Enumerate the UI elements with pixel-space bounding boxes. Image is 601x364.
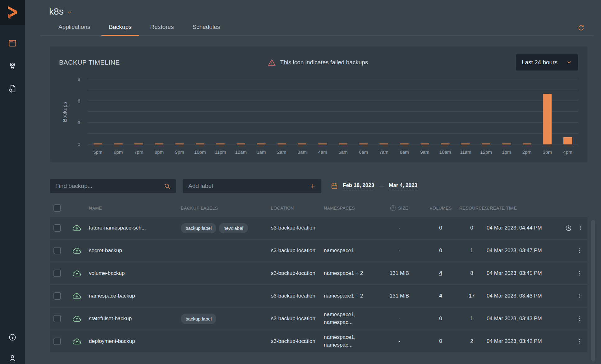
backup-volumes[interactable]: 4 — [439, 270, 442, 276]
sidebar — [0, 0, 25, 364]
user-icon — [8, 354, 17, 362]
add-label-input[interactable] — [188, 182, 309, 190]
tab-backups[interactable]: Backups — [99, 19, 141, 35]
backup-create-time: 04 Mar 2023, 03:43 PM — [484, 316, 565, 322]
row-checkbox[interactable] — [53, 247, 61, 254]
refresh-icon — [577, 24, 585, 32]
backup-bar — [114, 143, 123, 144]
backup-location: s3-backup-location — [271, 270, 324, 277]
backup-namespaces: namespace1,namespac... — [324, 334, 377, 349]
row-checkbox[interactable] — [53, 315, 61, 322]
calendar-icon — [331, 182, 338, 190]
tab-schedules[interactable]: Schedules — [183, 19, 229, 35]
bar-slot — [210, 79, 231, 144]
sidebar-item-activity[interactable] — [8, 61, 17, 71]
sidebar-item-applications[interactable] — [8, 39, 17, 49]
table-row[interactable]: future-namespace-sch...backup:labelnew:l… — [50, 217, 587, 239]
tab-restores[interactable]: Restores — [141, 19, 183, 35]
date-range-separator: — — [379, 183, 384, 189]
backup-label-pill: new:label — [219, 223, 248, 233]
backup-size: - — [377, 338, 422, 344]
kebab-menu-icon[interactable] — [576, 270, 582, 276]
cluster-selector[interactable]: k8s — [49, 6, 72, 17]
table-row[interactable]: statefulset-backupbackup:labels3-backup-… — [50, 308, 587, 330]
backup-bar — [236, 143, 245, 144]
backup-resources: 1 — [459, 248, 484, 254]
x-tick-label: 10am — [435, 149, 456, 155]
time-range-dropdown[interactable]: Last 24 hours — [516, 54, 578, 71]
kebab-menu-icon[interactable] — [577, 225, 584, 231]
kebab-menu-icon[interactable] — [576, 293, 582, 299]
backup-bar — [543, 94, 552, 144]
table-row[interactable]: volume-backups3-backup-locationnamespace… — [50, 262, 587, 284]
backup-cloud-icon — [72, 246, 82, 256]
backup-bar — [400, 143, 409, 144]
bar-slot — [190, 79, 210, 144]
backup-bar — [175, 143, 184, 144]
row-checkbox[interactable] — [53, 338, 61, 345]
backup-name[interactable]: secret-backup — [89, 248, 181, 254]
refresh-button[interactable] — [577, 24, 585, 33]
table-row[interactable]: deployment-backups3-backup-locationnames… — [50, 330, 587, 352]
bar-slot — [231, 79, 251, 144]
x-tick-label: 1am — [251, 149, 272, 155]
date-range-start[interactable]: Feb 18, 2023 — [343, 182, 374, 190]
backup-volumes[interactable]: 4 — [439, 293, 442, 299]
tab-applications[interactable]: Applications — [49, 19, 99, 35]
backup-name[interactable]: deployment-backup — [89, 338, 181, 344]
clock-icon — [565, 225, 572, 232]
table-row[interactable]: secret-backups3-backup-locationnamespace… — [50, 240, 587, 262]
bar-slot — [312, 79, 333, 144]
backup-bar — [359, 143, 368, 144]
plus-icon — [309, 183, 316, 190]
bar-slot — [476, 79, 496, 144]
date-range-end[interactable]: Mar 4, 2023 — [389, 182, 417, 190]
sidebar-item-license[interactable] — [8, 84, 17, 94]
kebab-menu-icon[interactable] — [576, 338, 582, 344]
bar-slot — [517, 79, 537, 144]
backup-bar — [523, 143, 531, 144]
filter-row: Feb 18, 2023 — Mar 4, 2023 — [50, 179, 594, 193]
x-tick-label: 6am — [353, 149, 374, 155]
backup-name[interactable]: statefulset-backup — [89, 316, 181, 322]
backup-bar — [482, 143, 490, 144]
column-header-backup-labels: BACKUP LABELS — [181, 206, 271, 211]
row-checkbox[interactable] — [53, 270, 61, 277]
x-tick-label: 2am — [272, 149, 292, 155]
document-badge-icon — [8, 84, 17, 93]
backup-bar — [339, 143, 347, 144]
date-range-picker: Feb 18, 2023 — Mar 4, 2023 — [331, 182, 417, 190]
search-button[interactable] — [164, 183, 171, 190]
backup-location: s3-backup-location — [271, 247, 324, 255]
backup-bar — [379, 143, 388, 144]
sidebar-item-profile[interactable] — [8, 354, 17, 363]
backup-bar — [318, 143, 327, 144]
main-content: k8s ApplicationsBackupsRestoresSchedules… — [25, 0, 601, 364]
bar-slot — [353, 79, 374, 144]
table-scrollbar[interactable] — [591, 220, 595, 362]
column-header-location: LOCATION — [271, 206, 324, 211]
timeline-title: BACKUP TIMELINE — [59, 59, 120, 66]
find-backup-input[interactable] — [55, 182, 164, 190]
sidebar-item-info[interactable] — [8, 333, 17, 343]
kebab-menu-icon[interactable] — [576, 248, 582, 254]
brand-logo — [0, 0, 25, 25]
backup-name[interactable]: future-namespace-sch... — [89, 225, 181, 231]
kebab-menu-icon[interactable] — [576, 316, 582, 322]
row-checkbox[interactable] — [53, 224, 61, 232]
x-tick-label: 7am — [374, 149, 394, 155]
add-label-button[interactable] — [309, 183, 316, 190]
row-checkbox[interactable] — [53, 292, 61, 300]
chevron-down-icon — [67, 10, 72, 15]
backup-bar — [155, 143, 163, 144]
table-row[interactable]: namespace-backups3-backup-locationnamesp… — [50, 285, 587, 307]
backup-name[interactable]: volume-backup — [89, 270, 181, 276]
add-label-field — [183, 179, 321, 193]
column-header-create-time: CREATE TIME — [484, 206, 565, 211]
bar-slot — [456, 79, 476, 144]
select-all-checkbox[interactable] — [53, 204, 61, 212]
backup-name[interactable]: namespace-backup — [89, 293, 181, 299]
x-tick-label: 3am — [292, 149, 313, 155]
table-header-row: NAME BACKUP LABELS LOCATION NAMESPACES ?… — [50, 200, 587, 216]
size-help-icon[interactable]: ? — [390, 205, 396, 211]
